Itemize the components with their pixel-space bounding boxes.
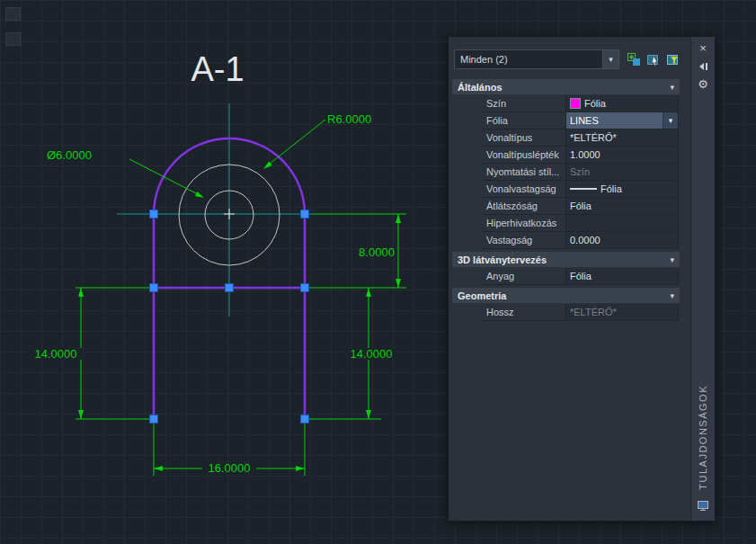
lineweight-sample xyxy=(570,188,597,190)
palette-toolbar xyxy=(626,51,681,67)
select-objects-icon[interactable] xyxy=(645,51,662,67)
property-label: Vonaltípuslépték xyxy=(483,147,565,164)
dimensions: R6.0000 Ø6.0000 8.0000 14.0000 14.0000 1… xyxy=(29,112,406,476)
crosshair-lines xyxy=(117,103,313,317)
section-header-3d[interactable]: 3D látványtervezés ▾ xyxy=(452,252,680,267)
property-row-vonaltipusleptek: Vonaltípuslépték 1.0000 xyxy=(483,147,679,164)
diameter-dim-label: Ø6.0000 xyxy=(47,148,92,162)
property-value[interactable]: Fólia xyxy=(565,181,679,198)
selection-filter-value: Minden (2) xyxy=(455,54,602,65)
property-value-text: 1.0000 xyxy=(570,149,600,160)
close-icon[interactable]: × xyxy=(691,41,715,55)
palette-topbar: Minden (2) ▾ xyxy=(449,37,690,69)
color-swatch xyxy=(570,98,581,109)
property-label: Hossz xyxy=(483,304,565,321)
radius-dim-label: R6.0000 xyxy=(327,112,371,126)
property-value[interactable]: *ELTÉRŐ* xyxy=(565,129,679,147)
property-row-vonaltipus: Vonaltípus *ELTÉRŐ* xyxy=(483,129,679,147)
property-row-hossz: Hossz *ELTÉRŐ* xyxy=(483,304,679,321)
property-value[interactable]: 0.0000 xyxy=(565,232,679,249)
collapse-icon: ▾ xyxy=(670,255,674,264)
section-title: Általános xyxy=(458,82,503,93)
property-label: Fólia xyxy=(483,112,565,129)
drawing-title: A-1 xyxy=(191,50,244,88)
property-value[interactable] xyxy=(565,215,679,232)
autocad-drawing-area: R6.0000 Ø6.0000 8.0000 14.0000 14.0000 1… xyxy=(0,0,756,544)
property-label: Vastagság xyxy=(483,232,565,249)
property-row-hiperhivatkozas: Hiperhivatkozás xyxy=(483,215,679,232)
selection-filter-dropdown[interactable]: Minden (2) ▾ xyxy=(454,49,619,69)
properties-palette: Minden (2) ▾ xyxy=(448,36,716,522)
quick-select-icon[interactable] xyxy=(665,51,681,67)
property-row-vonalvastagsag: Vonalvastagság Fólia xyxy=(483,181,679,198)
property-value[interactable]: Szín xyxy=(565,164,679,181)
section-title: Geometria xyxy=(458,290,506,301)
property-row-atlatszosag: Átlátszóság Fólia xyxy=(483,198,679,215)
property-value-text: Fólia xyxy=(584,98,606,109)
bottom-width-dim-label: 16.0000 xyxy=(209,461,251,475)
chevron-down-icon: ▾ xyxy=(602,50,618,68)
property-row-vastagsag: Vastagság 0.0000 xyxy=(483,232,679,249)
property-value-text: Szín xyxy=(570,166,590,177)
section-header-altalanos[interactable]: Általános ▾ xyxy=(452,79,680,94)
property-label: Szín xyxy=(483,95,565,112)
property-value[interactable]: *ELTÉRŐ* xyxy=(565,304,679,321)
property-value-text: LINES xyxy=(570,115,599,126)
property-value-text: Fólia xyxy=(570,201,591,211)
palette-vertical-title: TULAJDONSÁGOK xyxy=(698,385,708,490)
layer-combo[interactable]: LINES ▾ xyxy=(565,112,679,129)
property-value-text: 0.0000 xyxy=(570,235,600,245)
property-label: Anyag xyxy=(483,268,565,285)
property-value[interactable]: Fólia xyxy=(565,95,679,112)
property-value-text: Fólia xyxy=(570,271,591,281)
property-value-text: *ELTÉRŐ* xyxy=(570,132,617,143)
property-label: Vonalvastagság xyxy=(483,181,565,198)
palette-titlebar[interactable]: × ⚙ TULAJDONSÁGOK xyxy=(690,36,716,522)
center-mark xyxy=(224,209,235,219)
autohide-icon[interactable] xyxy=(691,59,715,73)
property-row-folia: Fólia LINES ▾ xyxy=(483,112,679,129)
property-row-szin: Szín Fólia xyxy=(483,95,679,112)
property-value[interactable]: Fólia xyxy=(565,198,679,215)
property-label: Nyomtatási stíl... xyxy=(483,164,565,181)
left-height-dim-label: 14.0000 xyxy=(35,347,77,361)
upper-height-dim-label: 8.0000 xyxy=(359,245,395,259)
property-label: Hiperhivatkozás xyxy=(483,215,565,232)
display-icon[interactable] xyxy=(697,500,709,513)
gear-icon[interactable]: ⚙ xyxy=(691,77,715,91)
property-value[interactable]: Fólia xyxy=(565,268,679,285)
property-grid: Általános ▾ Szín Fólia Fólia LINES ▾ xyxy=(449,76,690,321)
property-row-anyag: Anyag Fólia xyxy=(483,268,679,285)
property-row-nyomtatasi-stilus: Nyomtatási stíl... Szín xyxy=(483,164,679,181)
property-label: Átlátszóság xyxy=(483,198,565,215)
chevron-down-icon[interactable]: ▾ xyxy=(663,112,678,129)
pickadd-toggle-icon[interactable] xyxy=(626,51,642,67)
property-label: Vonaltípus xyxy=(483,129,565,147)
property-value[interactable]: 1.0000 xyxy=(565,147,679,164)
right-height-dim-label: 14.0000 xyxy=(351,347,393,361)
section-header-geometria[interactable]: Geometria ▾ xyxy=(452,288,680,303)
section-title: 3D látványtervezés xyxy=(458,254,547,265)
collapse-icon: ▾ xyxy=(670,291,674,300)
properties-palette-main: Minden (2) ▾ xyxy=(448,36,690,522)
property-value-text: *ELTÉRŐ* xyxy=(570,307,617,317)
collapse-icon: ▾ xyxy=(670,83,674,92)
property-value-text: Fólia xyxy=(600,183,622,194)
